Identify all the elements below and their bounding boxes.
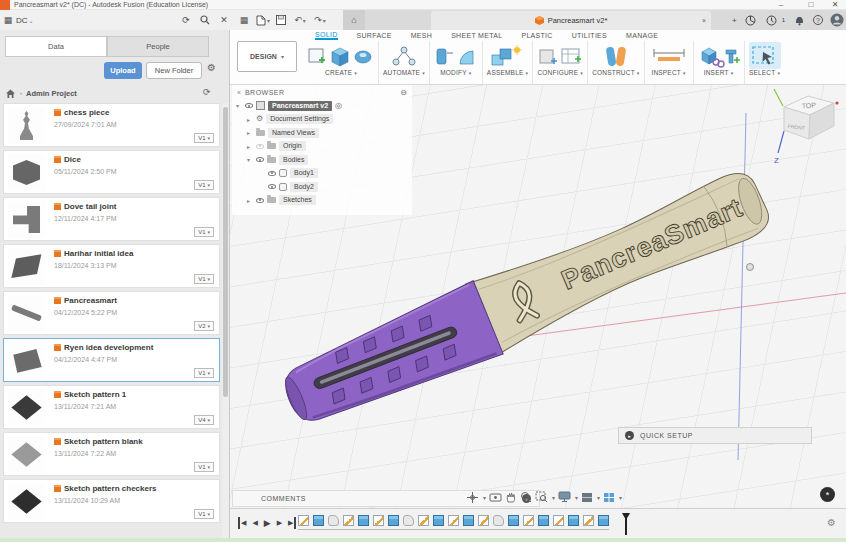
visibility-eye-icon[interactable] [268, 171, 276, 176]
viewport-3d[interactable]: PancreaSmart Z [230, 85, 846, 508]
timeline-feature-sketch[interactable] [298, 515, 309, 526]
tab-surface[interactable]: SURFACE [357, 32, 392, 39]
grid-settings-icon[interactable] [581, 492, 593, 503]
viewports-icon[interactable] [603, 492, 615, 503]
timeline-feature-form[interactable] [493, 515, 504, 526]
version-dropdown[interactable]: V1 [194, 368, 214, 378]
extensions-icon[interactable] [744, 12, 758, 28]
origin-manipulator[interactable] [747, 264, 754, 271]
timeline-feature-form[interactable] [403, 515, 414, 526]
configure-icons[interactable] [537, 42, 583, 69]
group-assemble[interactable]: ASSEMBLE [483, 41, 533, 84]
chevron-down-icon[interactable]: ▾ [552, 494, 555, 501]
tab-manage[interactable]: MANAGE [626, 32, 658, 39]
timeline-feature-extrude[interactable] [313, 515, 324, 526]
expander-icon[interactable]: ▸ [247, 116, 253, 123]
zoom-icon[interactable] [520, 491, 532, 503]
insert-icons[interactable] [698, 42, 740, 69]
chevron-down-icon[interactable]: ▾ [619, 494, 622, 501]
inspect-icons[interactable] [649, 42, 689, 69]
timeline-settings-gear-icon[interactable]: ⚙ [827, 517, 836, 528]
group-construct[interactable]: CONSTRUCT [588, 41, 644, 84]
expander-icon[interactable]: ▸ [247, 143, 253, 150]
help-icon[interactable]: ? [813, 15, 823, 25]
visibility-eye-off-icon[interactable] [256, 144, 264, 149]
automate-icons[interactable] [387, 42, 421, 69]
tab-people[interactable]: People [107, 36, 209, 57]
version-dropdown[interactable]: V1 [194, 180, 214, 190]
node-label[interactable]: Named Views [268, 128, 319, 138]
list-item[interactable]: Sketch pattern blank 13/11/2024 7:22 AM … [3, 432, 220, 476]
notifications-bell-icon[interactable] [792, 12, 806, 28]
browser-node-root[interactable]: ▾ Pancreasmart v2 ◎ [232, 99, 412, 113]
tab-solid[interactable]: SOLID [315, 31, 338, 40]
close-tab-icon[interactable]: × [702, 17, 706, 24]
timeline-feature-sketch[interactable] [448, 515, 459, 526]
collapse-all-icon[interactable]: ⊖ [400, 88, 407, 97]
timeline-feature-sketch[interactable] [478, 515, 489, 526]
node-label[interactable]: Sketches [279, 195, 316, 205]
tab-plastic[interactable]: PLASTIC [521, 32, 552, 39]
version-dropdown[interactable]: V1 [194, 274, 214, 284]
home-button[interactable]: ⌂ [343, 10, 365, 30]
chevron-down-icon[interactable]: ▾ [597, 494, 600, 501]
timeline-feature-sketch[interactable] [373, 515, 384, 526]
maximize-button[interactable]: □ [804, 0, 818, 10]
group-configure[interactable]: CONFIGURE [533, 41, 588, 84]
view-cube[interactable]: Z TOP FRONT [768, 87, 844, 173]
list-item[interactable]: Sketch pattern 1 13/11/2024 7:21 AM V4 [3, 385, 220, 429]
look-at-icon[interactable] [489, 492, 502, 503]
expander-icon[interactable]: ▸ [247, 197, 253, 204]
timeline-feature-sketch[interactable] [418, 515, 429, 526]
panel-settings-gear-icon[interactable]: ⚙ [207, 62, 216, 73]
visibility-eye-icon[interactable] [268, 184, 276, 189]
list-item[interactable]: Dice 05/11/2024 2:50 PM V1 [3, 150, 220, 194]
go-to-end-icon[interactable]: ▶ [288, 517, 296, 529]
visibility-eye-icon[interactable] [256, 157, 264, 162]
minimize-button[interactable]: – [774, 0, 788, 10]
list-item[interactable]: Harihar initial idea 18/11/2024 3:13 PM … [3, 244, 220, 288]
step-back-icon[interactable]: ◀ [252, 517, 257, 529]
version-dropdown[interactable]: V1 [194, 227, 214, 237]
job-status-icon[interactable] [765, 12, 779, 28]
chevron-down-icon[interactable]: ▾ [575, 494, 578, 501]
browser-node-document-settings[interactable]: ▸ ⚙ Document Settings [232, 113, 412, 127]
node-label[interactable]: Bodies [279, 155, 308, 165]
node-label[interactable]: Body1 [290, 168, 318, 178]
timeline-feature-extrude[interactable] [433, 515, 444, 526]
modify-icons[interactable] [434, 42, 478, 69]
list-item[interactable]: Sketch pattern checkers 13/11/2024 10:29… [3, 479, 220, 523]
assemble-icons[interactable] [489, 42, 527, 69]
document-tab[interactable]: Pancreasmart v2* × [431, 11, 711, 30]
tab-data[interactable]: Data [5, 36, 107, 57]
chevron-down-icon[interactable]: ▾ [483, 494, 486, 501]
redo-icon[interactable]: ↷▾ [312, 11, 328, 30]
timeline-feature-extrude[interactable] [598, 515, 609, 526]
expander-icon[interactable]: ▾ [247, 156, 253, 163]
group-select[interactable]: SELECT [745, 41, 785, 84]
group-automate[interactable]: AUTOMATE [379, 41, 430, 84]
node-label[interactable]: Pancreasmart v2 [268, 101, 332, 111]
group-insert[interactable]: INSERT [694, 41, 745, 84]
undo-icon[interactable]: ↶▾ [292, 11, 308, 30]
node-label[interactable]: Document Settings [266, 114, 333, 124]
browser-node-bodies[interactable]: ▾ Bodies [232, 153, 412, 167]
timeline-feature-extrude[interactable] [568, 515, 579, 526]
quick-setup-button[interactable]: ▸ QUICK SETUP [618, 427, 812, 444]
upload-button[interactable]: Upload [104, 62, 142, 79]
go-to-start-icon[interactable]: ◀ [238, 517, 246, 529]
version-dropdown[interactable]: V1 [194, 509, 214, 519]
timeline-feature-sketch[interactable] [343, 515, 354, 526]
close-icon[interactable]: ✕ [216, 11, 232, 29]
list-item-selected[interactable]: Ryen idea development 04/12/2024 4:47 PM… [3, 338, 220, 382]
version-dropdown[interactable]: V4 [194, 415, 214, 425]
list-item[interactable]: Dove tail joint 12/11/2024 4:17 PM V1 [3, 197, 220, 241]
list-item[interactable]: chess piece 27/09/2024 7:01 AM V1 [3, 103, 220, 147]
new-folder-button[interactable]: New Folder [146, 62, 202, 79]
browser-node-origin[interactable]: ▸ Origin [232, 140, 412, 154]
tab-sheet-metal[interactable]: SHEET METAL [451, 32, 502, 39]
activate-component-icon[interactable]: ◎ [335, 101, 342, 110]
group-modify[interactable]: MODIFY [430, 41, 483, 84]
play-icon[interactable]: ▶ [264, 517, 271, 529]
close-window-button[interactable]: ✕ [828, 0, 842, 10]
